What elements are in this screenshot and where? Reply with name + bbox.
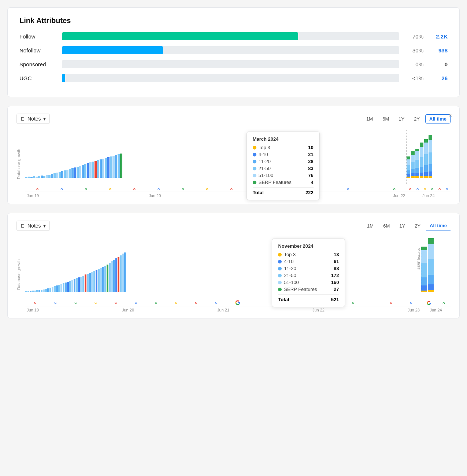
g-icon: G <box>352 301 354 305</box>
bar-seg-51 <box>428 244 434 259</box>
bar-fill <box>62 46 163 54</box>
g-icon: G <box>410 301 412 305</box>
tooltip-label: Top 3 <box>253 145 270 150</box>
g-icon: G <box>446 188 448 191</box>
legend-dot <box>253 181 256 184</box>
bar-seg <box>112 156 115 178</box>
bar-seg-11 <box>421 277 427 285</box>
chart1-notes-button[interactable]: 🗒 Notes ▾ <box>16 114 50 124</box>
bar-seg <box>58 285 60 292</box>
tooltip-item-label: 51-100 <box>284 280 299 285</box>
bar-seg-21 <box>421 263 427 277</box>
tooltip-label: 51-100 <box>253 173 273 178</box>
bar-seg <box>56 285 58 292</box>
time-filter-button[interactable]: 2Y <box>411 221 425 230</box>
bar-seg <box>38 290 40 292</box>
x-label: Jun 20 <box>149 193 161 198</box>
g-icon: G <box>215 301 217 305</box>
x-label: Jun 24 <box>422 193 434 198</box>
bar-seg <box>91 272 93 292</box>
bar-seg <box>34 291 36 292</box>
bar-seg-21 <box>407 165 410 170</box>
x-label: Jun 23 <box>408 308 420 312</box>
bar-seg <box>120 255 122 292</box>
bar-seg <box>49 288 51 292</box>
chart2-notes-button[interactable]: 🗒 Notes ▾ <box>16 221 50 231</box>
bar-seg-51 <box>424 143 428 154</box>
tooltip-item-label: 11-20 <box>259 159 271 164</box>
chart1-notes-label: Notes <box>27 116 41 122</box>
bar-seg-4 <box>429 171 432 176</box>
tooltip-item-value: 83 <box>308 166 313 171</box>
time-filter-button[interactable]: 1M <box>362 114 377 123</box>
bar-seg-11 <box>424 165 428 172</box>
time-filter-button[interactable]: 1Y <box>395 221 409 230</box>
chart1-right-section: G G G G G G <box>407 130 451 192</box>
bar-seg <box>113 260 115 292</box>
bar-seg-21 <box>429 152 432 164</box>
tooltip-row: SERP Features 27 <box>278 287 339 292</box>
legend-dot <box>253 146 256 150</box>
bar-seg <box>25 291 27 292</box>
tooltip-row: 51-100 76 <box>253 173 314 178</box>
chart1-close-button[interactable]: × <box>449 112 452 119</box>
tooltip-label: Top 3 <box>278 252 296 257</box>
stacked-bar <box>421 237 427 292</box>
bar-seg <box>30 291 31 292</box>
chart1-x-labels: Jun 19 Jun 20 Jun 21 Jun 22 Jun 24 <box>25 192 451 198</box>
chart1-bars-right <box>407 130 451 184</box>
bar-seg <box>87 274 89 292</box>
g-icon: G <box>157 188 160 191</box>
stacked-bar <box>429 130 432 178</box>
bar-seg <box>115 155 117 178</box>
bar-seg <box>66 170 68 178</box>
g-icon: G <box>431 188 433 191</box>
bar-seg <box>71 280 73 292</box>
bar-seg <box>104 266 106 292</box>
bar-seg-serp <box>429 135 432 140</box>
chart1-bars-left <box>25 130 407 184</box>
bar-pct: 70% <box>405 33 423 40</box>
bar-seg-21 <box>424 154 428 165</box>
chart2-x-right: Jun 24 <box>421 308 451 312</box>
bar-seg-11 <box>415 168 419 173</box>
tooltip-row: Top 3 13 <box>278 252 339 257</box>
bar-seg <box>109 263 111 292</box>
tooltip-label: SERP Features <box>253 180 292 185</box>
time-filter-button[interactable]: All time <box>426 221 451 230</box>
tooltip-item-value: 27 <box>334 287 339 292</box>
tooltip-label: 21-50 <box>253 166 271 171</box>
time-filter-button[interactable]: 2Y <box>410 114 424 123</box>
bar-seg <box>74 279 75 292</box>
google-color-icon <box>427 301 431 305</box>
link-attributes-title: Link Attributes <box>19 16 448 25</box>
tooltip-item-value: 10 <box>308 145 313 150</box>
chart1-total-label: Total <box>253 190 264 195</box>
bar-seg <box>105 158 107 178</box>
bar-seg-top3 <box>421 291 427 292</box>
bar-seg <box>47 288 49 292</box>
g-icon: G <box>393 188 396 191</box>
chart1-y-label: Database growth <box>16 130 25 198</box>
legend-dot <box>278 281 282 284</box>
bar-seg <box>65 283 67 292</box>
time-filter-button[interactable]: 6M <box>378 114 393 123</box>
bar-seg <box>102 267 104 292</box>
tooltip-row: 51-100 160 <box>278 280 339 285</box>
time-filter-button[interactable]: All time <box>425 114 451 123</box>
time-filter-button[interactable]: 1M <box>363 221 378 230</box>
legend-dot <box>253 167 256 170</box>
bar-seg-serp <box>424 139 428 143</box>
g-icon: G <box>36 188 38 191</box>
g-icon: G <box>135 301 137 305</box>
link-attr-row: Nofollow 30% 938 <box>19 46 448 54</box>
bar-label: Sponsored <box>19 61 56 67</box>
bar-seg-serp <box>407 156 410 159</box>
x-label: Jun 19 <box>27 193 39 198</box>
chart1-card: × 🗒 Notes ▾ 1M6M1Y2YAll time Database gr… <box>7 106 460 204</box>
time-filter-button[interactable]: 6M <box>379 221 394 230</box>
link-attributes-card: Link Attributes Follow 70% 2.2K Nofollow… <box>7 7 460 97</box>
serp-features-label: SERP features <box>417 244 420 270</box>
bar-seg <box>54 286 56 292</box>
time-filter-button[interactable]: 1Y <box>394 114 408 123</box>
